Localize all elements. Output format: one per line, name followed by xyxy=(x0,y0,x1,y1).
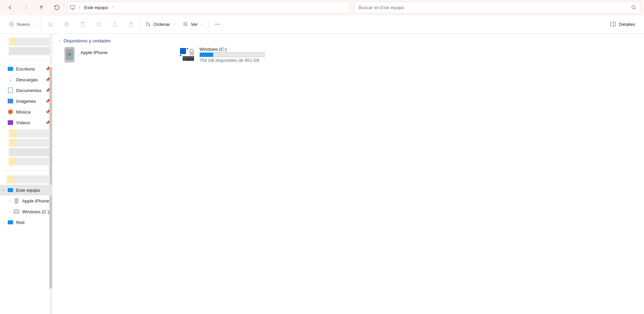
chevron-down-icon xyxy=(33,23,36,26)
back-button[interactable] xyxy=(3,1,17,14)
cut-button[interactable] xyxy=(42,18,58,30)
svg-rect-24 xyxy=(183,56,194,58)
sidebar-item-label: Red xyxy=(16,220,50,225)
chevron-down-icon xyxy=(200,23,204,26)
chevron-right-icon[interactable] xyxy=(111,6,115,9)
svg-point-4 xyxy=(51,25,53,27)
forward-button[interactable] xyxy=(19,1,33,14)
svg-rect-0 xyxy=(70,6,75,9)
device-item-iphone[interactable]: Apple iPhone xyxy=(63,47,160,63)
sidebar-item-escritorio[interactable]: Escritorio 📌 xyxy=(0,63,52,74)
expand-toggle[interactable] xyxy=(0,221,7,224)
expand-toggle[interactable] xyxy=(6,210,13,213)
redacted-item xyxy=(9,158,50,166)
group-header-label: Dispositivos y unidades xyxy=(63,38,111,43)
thispc-icon xyxy=(7,187,13,193)
phone-icon xyxy=(63,47,76,63)
share-button[interactable] xyxy=(107,18,123,30)
documents-icon xyxy=(7,87,13,93)
toolbar: Nuevo Ordenar Ver Detalles xyxy=(0,15,644,34)
plus-circle-icon xyxy=(9,21,14,27)
view-button[interactable]: Ver xyxy=(180,18,207,30)
view-label: Ver xyxy=(191,22,198,27)
details-pane-button[interactable]: Detalles xyxy=(607,18,639,30)
sidebar-item-descargas[interactable]: ↓ Descargas 📌 xyxy=(0,74,52,85)
sidebar-item-imagenes[interactable]: Imágenes 📌 xyxy=(0,96,52,106)
pin-icon: 📌 xyxy=(45,120,50,125)
drive-icon xyxy=(180,47,195,63)
svg-point-19 xyxy=(68,53,71,56)
separator xyxy=(209,20,209,29)
expand-toggle[interactable] xyxy=(0,188,7,192)
details-pane-icon xyxy=(610,21,616,27)
search-bar[interactable] xyxy=(354,2,641,13)
copy-icon xyxy=(64,21,70,27)
search-icon[interactable] xyxy=(631,5,636,10)
more-button[interactable] xyxy=(210,18,225,30)
item-name: Windows (C:) xyxy=(199,47,277,52)
paste-button[interactable] xyxy=(75,18,91,30)
sidebar-item-label: Descargas xyxy=(16,77,45,82)
copy-button[interactable] xyxy=(58,18,75,30)
pin-icon: 📌 xyxy=(45,109,50,114)
rename-button[interactable] xyxy=(91,18,107,30)
svg-rect-5 xyxy=(65,23,68,26)
refresh-button[interactable] xyxy=(50,1,64,14)
item-name: Apple iPhone xyxy=(81,47,160,55)
delete-button[interactable] xyxy=(123,18,139,30)
sidebar-item-label: Vídeos xyxy=(16,120,45,125)
new-button[interactable]: Nuevo xyxy=(5,18,39,30)
expand-toggle[interactable] xyxy=(6,199,13,203)
sidebar-item-cdrive[interactable]: Windows (C:) xyxy=(0,206,52,217)
thispc-icon xyxy=(70,5,76,10)
group-header[interactable]: Dispositivos y unidades xyxy=(58,36,639,47)
pin-icon: 📌 xyxy=(45,88,50,93)
view-icon xyxy=(183,21,188,27)
up-button[interactable] xyxy=(34,1,48,14)
svg-point-14 xyxy=(217,24,218,25)
pin-icon: 📌 xyxy=(45,66,50,71)
desktop-icon xyxy=(7,66,13,72)
sidebar-item-musica[interactable]: Música 📌 xyxy=(0,106,52,117)
sort-button[interactable]: Ordenar xyxy=(142,18,180,30)
redacted-item xyxy=(9,47,50,55)
sidebar-item-documentos[interactable]: Documentos 📌 xyxy=(0,85,52,96)
pin-icon: 📌 xyxy=(45,99,50,103)
sidebar-item-label: Escritorio xyxy=(16,66,45,72)
share-icon xyxy=(112,21,118,27)
sidebar-item-label: Este equipo xyxy=(16,188,50,193)
chevron-down-icon xyxy=(173,23,176,26)
sidebar-item-network[interactable]: Red xyxy=(0,217,52,228)
main-content[interactable]: Dispositivos y unidades Apple iPhone xyxy=(52,34,644,314)
sidebar-item-thispc[interactable]: Este equipo xyxy=(0,185,52,195)
drive-usage-free xyxy=(213,53,264,57)
svg-point-3 xyxy=(48,25,50,27)
sidebar-item-label: Apple iPhone xyxy=(22,198,50,204)
phone-icon xyxy=(13,198,19,204)
search-input[interactable] xyxy=(359,5,631,10)
new-label: Nuevo xyxy=(17,22,30,27)
sidebar-item-videos[interactable]: Vídeos 📌 xyxy=(0,117,52,128)
redacted-item xyxy=(9,139,50,147)
sidebar[interactable]: Escritorio 📌 ↓ Descargas 📌 Documentos 📌 … xyxy=(0,34,52,314)
sidebar-item-label: Música xyxy=(16,109,45,115)
chevron-right-icon[interactable] xyxy=(78,6,81,9)
items-grid: Apple iPhone Windows (C:) xyxy=(58,47,639,63)
separator xyxy=(140,20,141,29)
downloads-icon: ↓ xyxy=(7,77,13,83)
address-bar[interactable]: Este equipo xyxy=(67,2,350,13)
sort-label: Ordenar xyxy=(153,22,170,27)
drive-usage-fill xyxy=(200,53,213,57)
svg-rect-16 xyxy=(611,22,616,26)
breadcrumb-segment[interactable]: Este equipo xyxy=(83,5,109,10)
svg-point-25 xyxy=(184,59,185,60)
svg-rect-21 xyxy=(187,48,188,49)
network-icon xyxy=(7,219,13,225)
more-icon xyxy=(215,21,221,27)
svg-rect-26 xyxy=(189,52,194,55)
pin-icon: 📌 xyxy=(45,77,50,82)
sidebar-item-iphone[interactable]: Apple iPhone xyxy=(0,195,52,206)
drive-item-c[interactable]: Windows (C:) 754 GB disponibles de 952 G… xyxy=(180,47,277,63)
svg-point-12 xyxy=(184,25,184,26)
svg-point-1 xyxy=(632,6,635,9)
